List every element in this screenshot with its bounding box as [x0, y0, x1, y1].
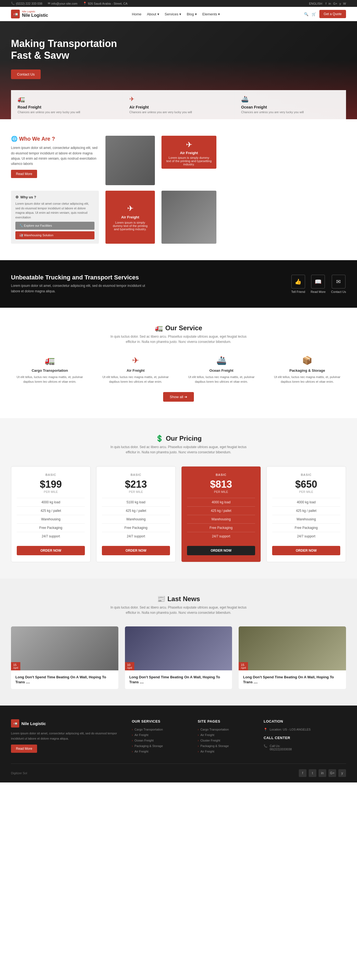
price-card-4: BASIC $650 PER MILE 4000 kg load 425 kg … [267, 466, 346, 562]
footer-pages-list: Cargo Transportation Air Freight Cluster… [198, 728, 253, 753]
order-btn-3[interactable]: ORDER NOW [187, 546, 255, 555]
footer-services-col: OUR SERVICES Cargo Transportation Air Fr… [132, 719, 187, 755]
social-icons: f in G+ y W [326, 2, 346, 5]
nav-about[interactable]: About ▾ [147, 12, 159, 16]
footer-logo-icon: 🚛 [11, 719, 19, 727]
footer-read-more[interactable]: Read More [11, 745, 37, 753]
contact-icon[interactable]: ✉ [332, 275, 346, 288]
dark-banner: Unbeatable Trucking and Transport Servic… [0, 260, 357, 307]
show-all-button[interactable]: Show all ➔ [163, 392, 194, 402]
footer-svc-3: Ocean Freight [132, 739, 187, 742]
plan3-f3: Warehousing [187, 515, 255, 523]
footer-social: f t in G+ y [299, 769, 346, 777]
linkedin-icon[interactable]: in [329, 2, 331, 5]
footer-svc-2: Air Freight [132, 733, 187, 737]
footer-logo: 🚛 Nile Logistic [11, 719, 121, 727]
get-quote-button[interactable]: Get a Quote [319, 10, 346, 18]
cargo-icon: 🚛 [11, 355, 89, 365]
news-title: 📰 Last News [11, 595, 346, 603]
read-more-button[interactable]: Read More [11, 170, 37, 178]
footer-page-4: Packaging & Storage [198, 744, 253, 748]
why-title: ⚙ Why us ? [15, 195, 94, 199]
footer-googleplus-icon[interactable]: G+ [328, 769, 336, 777]
contact-us-button[interactable]: Contact Us [11, 70, 41, 79]
nav-home[interactable]: Home [132, 12, 141, 16]
plan1-features: 4000 kg load 425 kg / pallet Warehousing… [17, 498, 85, 541]
ocean-freight-desc: Chances are unless you are very lucky yo… [241, 110, 340, 114]
order-btn-2[interactable]: ORDER NOW [102, 546, 170, 555]
plan2-f3: Warehousing [102, 515, 170, 523]
language-selector[interactable]: ENGLISH [309, 2, 322, 5]
footer-call-details: Call Us: 00(222)3333038 [270, 744, 292, 751]
twitter-icon[interactable]: y [340, 2, 341, 5]
phone-info: 📞 (0222) 222 333 038 [11, 2, 42, 5]
location-pin-icon: 📍 [263, 728, 268, 731]
price-card-2: BASIC $213 PER MILE 5100 kg load 425 kg … [96, 466, 176, 562]
footer-svc-1: Cargo Transportation [132, 728, 187, 731]
read-more-icon[interactable]: 📖 [311, 275, 325, 288]
why-us-box: ⚙ Why us ? Lorem ipsum dolor sit amet co… [11, 191, 99, 244]
cargo-desc: Ut elit tellus, luctus nec magna mattis,… [11, 375, 89, 384]
warehousing-button[interactable]: 🏭 Warehousing Solution [15, 231, 94, 239]
footer-bottom: Digitizer Sol f t in G+ y [11, 764, 346, 777]
news-img-3: 15 April [239, 627, 346, 670]
service-ocean-title: Ocean Freight [182, 368, 260, 372]
news-card-1: 15 April Long Don't Spend Time Beating O… [11, 627, 118, 689]
tell-friend-icon[interactable]: 👍 [291, 275, 305, 288]
footer-twitter-icon[interactable]: t [309, 769, 316, 777]
googleplus-icon[interactable]: G+ [333, 2, 337, 5]
news-title-3: Long Don't Spend Time Beating On A Wall,… [243, 675, 342, 685]
search-icon[interactable]: 🔍 [304, 12, 308, 16]
nav-elements[interactable]: Elements ▾ [202, 12, 220, 16]
footer-about: 🚛 Nile Logistic Lorem ipsum dolor sit am… [11, 719, 121, 755]
top-bar-right: ENGLISH f in G+ y W [309, 2, 346, 5]
news-card-2: 10 April Long Don't Spend Time Beating O… [125, 627, 232, 689]
who-right-images: ✈ Air Freight Lorem ipsum is simply dumm… [162, 136, 216, 169]
phone-call-icon: 📞 [263, 744, 268, 748]
copyright: Digitizer Sol [11, 772, 27, 775]
pricing-title: 💲 Our Pricing [11, 434, 346, 442]
warehouse-icon: 🏭 [19, 234, 23, 237]
nav-links: Home About ▾ Services ▾ Blog ▾ Elements … [132, 12, 220, 16]
hero-title: Making Transportation Fast & Savw [11, 38, 121, 61]
footer-pages-col: SITE PAGES Cargo Transportation Air Frei… [198, 719, 253, 755]
footer-svc-5: Air Freight [132, 750, 187, 753]
facebook-icon[interactable]: f [326, 2, 327, 5]
banner-action-read: 📖 Read More [311, 275, 325, 293]
explore-facilities-button[interactable]: 🔧 Explore our Facilities [15, 222, 94, 230]
plan2-features: 5100 kg load 425 kg / pallet Warehousing… [102, 498, 170, 541]
air-freight-card-2: ✈ Air Freight Lorem ipsum is simply dumm… [105, 191, 155, 244]
air-icon-1: ✈ [166, 140, 212, 149]
service-item-packaging: 📦 Packaging & Storage Ut elit tellus, lu… [268, 355, 346, 384]
plan3-per: PER MILE [187, 490, 255, 493]
plan3-f5: 24/7 support [187, 532, 255, 541]
truck-image [105, 136, 155, 185]
order-btn-4[interactable]: ORDER NOW [272, 546, 340, 555]
plan2-f5: 24/7 support [102, 532, 170, 541]
footer-youtube-icon[interactable]: y [338, 769, 346, 777]
nav-services[interactable]: Services ▾ [165, 12, 181, 16]
logo-icon: 🚛 [11, 10, 20, 18]
news-content-2: Long Don't Spend Time Beating On A Wall,… [125, 670, 232, 689]
footer-call-info: 📞 Call Us: 00(222)3333038 [263, 744, 346, 751]
air-freight-desc: Chances are unless you are very lucky yo… [129, 110, 228, 114]
rss-icon[interactable]: W [343, 2, 346, 5]
nav-blog[interactable]: Blog ▾ [187, 12, 197, 16]
ocean-freight-icon: 🚢 [241, 95, 249, 102]
banner-action-contact: ✉ Contact Us [331, 275, 346, 293]
services-grid: 🚛 Cargo Transportation Ut elit tellus, l… [11, 355, 346, 384]
air-freight-card-1: ✈ Air Freight Lorem ipsum is simply dumm… [162, 136, 216, 169]
plan2-per: PER MILE [102, 490, 170, 493]
banner-action-friend: 👍 Tell Friend [291, 275, 305, 293]
plan2-f1: 5100 kg load [102, 498, 170, 506]
footer-facebook-icon[interactable]: f [299, 769, 306, 777]
plan1-f1: 4000 kg load [17, 498, 85, 506]
news-title-2: Long Don't Spend Time Beating On A Wall,… [129, 675, 228, 685]
order-btn-1[interactable]: ORDER NOW [17, 546, 85, 555]
our-service-section: 🚛 Our Service In quis luctus dolor. Sed … [0, 308, 357, 418]
plan2-f2: 425 kg / pallet [102, 506, 170, 515]
cart-icon[interactable]: 🛒 [312, 12, 316, 16]
footer-linkedin-icon[interactable]: in [319, 769, 326, 777]
footer-location-col: LOCATION 📍 Location: US - LOS ANGELES CA… [263, 719, 346, 755]
footer-services-title: OUR SERVICES [132, 719, 187, 723]
